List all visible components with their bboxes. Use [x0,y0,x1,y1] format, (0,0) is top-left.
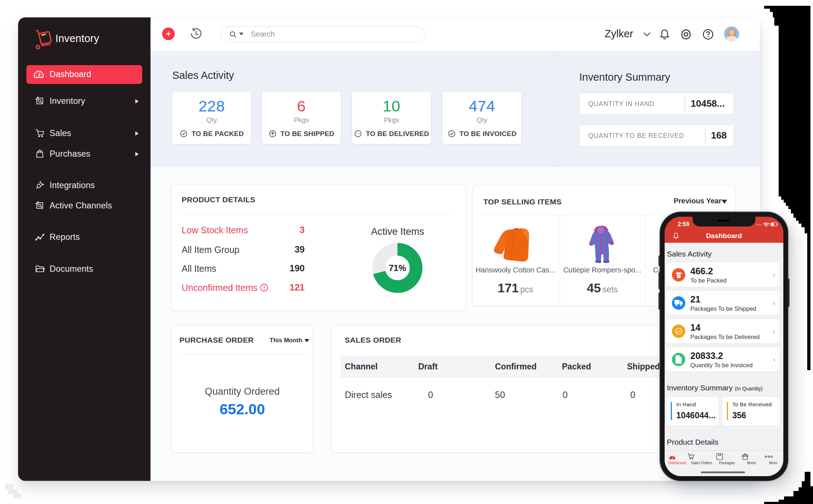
svg-text:71%: 71% [389,263,406,273]
